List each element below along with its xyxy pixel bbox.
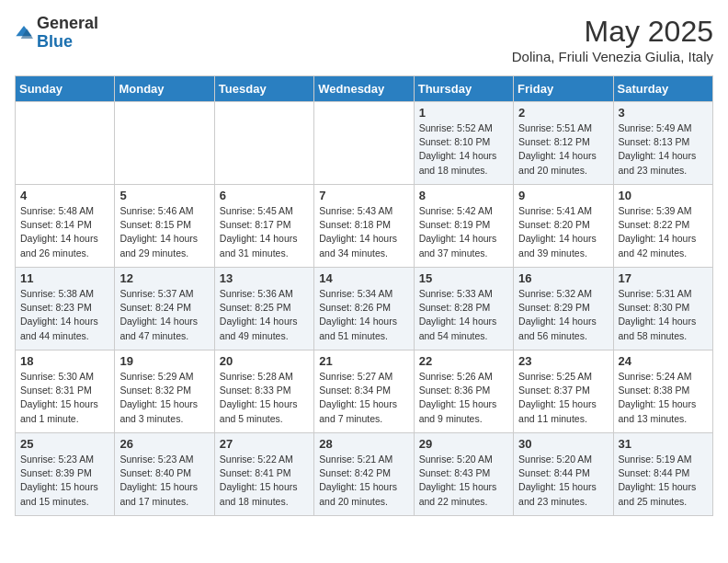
calendar-cell <box>214 102 313 185</box>
day-number: 6 <box>220 189 309 202</box>
calendar-cell: 24Sunrise: 5:24 AM Sunset: 8:38 PM Dayli… <box>613 350 712 433</box>
day-number: 29 <box>419 437 508 451</box>
day-number: 24 <box>619 354 708 368</box>
cell-content: Sunrise: 5:20 AM Sunset: 8:43 PM Dayligh… <box>419 453 508 509</box>
day-number: 1 <box>419 106 508 120</box>
cell-content: Sunrise: 5:48 AM Sunset: 8:14 PM Dayligh… <box>20 204 109 260</box>
cell-content: Sunrise: 5:23 AM Sunset: 8:40 PM Dayligh… <box>119 453 209 509</box>
day-number: 26 <box>119 437 209 451</box>
day-number: 22 <box>419 354 508 368</box>
calendar-cell: 2Sunrise: 5:51 AM Sunset: 8:12 PM Daylig… <box>514 102 613 185</box>
title-area: May 2025 Dolina, Friuli Venezia Giulia, … <box>512 15 713 64</box>
cell-content: Sunrise: 5:36 AM Sunset: 8:25 PM Dayligh… <box>220 287 309 343</box>
calendar-cell: 9Sunrise: 5:41 AM Sunset: 8:20 PM Daylig… <box>514 185 613 268</box>
cell-content: Sunrise: 5:25 AM Sunset: 8:37 PM Dayligh… <box>518 370 608 426</box>
cell-content: Sunrise: 5:30 AM Sunset: 8:31 PM Dayligh… <box>20 370 109 426</box>
calendar-cell: 11Sunrise: 5:38 AM Sunset: 8:23 PM Dayli… <box>16 268 115 350</box>
day-number: 13 <box>220 271 309 285</box>
day-number: 3 <box>619 106 708 120</box>
logo-text: General Blue <box>37 15 98 52</box>
calendar-cell: 5Sunrise: 5:46 AM Sunset: 8:15 PM Daylig… <box>115 185 214 268</box>
calendar-cell: 13Sunrise: 5:36 AM Sunset: 8:25 PM Dayli… <box>214 268 313 350</box>
calendar-cell: 19Sunrise: 5:29 AM Sunset: 8:32 PM Dayli… <box>115 350 214 433</box>
logo-icon <box>15 24 33 42</box>
header-friday: Friday <box>514 76 613 102</box>
calendar-cell: 26Sunrise: 5:23 AM Sunset: 8:40 PM Dayli… <box>115 433 214 516</box>
calendar-week-3: 11Sunrise: 5:38 AM Sunset: 8:23 PM Dayli… <box>16 268 713 350</box>
cell-content: Sunrise: 5:24 AM Sunset: 8:38 PM Dayligh… <box>619 370 708 426</box>
calendar-cell: 1Sunrise: 5:52 AM Sunset: 8:10 PM Daylig… <box>414 102 513 185</box>
day-number: 12 <box>119 271 209 285</box>
calendar-cell: 21Sunrise: 5:27 AM Sunset: 8:34 PM Dayli… <box>314 350 414 433</box>
calendar-cell: 16Sunrise: 5:32 AM Sunset: 8:29 PM Dayli… <box>514 268 613 350</box>
calendar-cell: 22Sunrise: 5:26 AM Sunset: 8:36 PM Dayli… <box>414 350 513 433</box>
day-number: 27 <box>220 437 309 451</box>
header-tuesday: Tuesday <box>214 76 313 102</box>
day-number: 5 <box>119 189 209 202</box>
cell-content: Sunrise: 5:23 AM Sunset: 8:39 PM Dayligh… <box>20 453 109 509</box>
calendar-cell: 3Sunrise: 5:49 AM Sunset: 8:13 PM Daylig… <box>613 102 712 185</box>
calendar-cell: 31Sunrise: 5:19 AM Sunset: 8:44 PM Dayli… <box>613 433 712 516</box>
cell-content: Sunrise: 5:19 AM Sunset: 8:44 PM Dayligh… <box>619 453 708 509</box>
cell-content: Sunrise: 5:49 AM Sunset: 8:13 PM Dayligh… <box>619 121 708 178</box>
calendar-cell: 29Sunrise: 5:20 AM Sunset: 8:43 PM Dayli… <box>414 433 513 516</box>
cell-content: Sunrise: 5:43 AM Sunset: 8:18 PM Dayligh… <box>319 204 408 260</box>
calendar-cell <box>314 102 414 185</box>
day-number: 16 <box>518 271 608 285</box>
calendar-cell: 7Sunrise: 5:43 AM Sunset: 8:18 PM Daylig… <box>314 185 414 268</box>
cell-content: Sunrise: 5:20 AM Sunset: 8:44 PM Dayligh… <box>518 453 608 509</box>
cell-content: Sunrise: 5:45 AM Sunset: 8:17 PM Dayligh… <box>220 204 309 260</box>
header-wednesday: Wednesday <box>314 76 414 102</box>
calendar-cell: 14Sunrise: 5:34 AM Sunset: 8:26 PM Dayli… <box>314 268 414 350</box>
day-number: 23 <box>518 354 608 368</box>
day-number: 14 <box>319 271 408 285</box>
cell-content: Sunrise: 5:28 AM Sunset: 8:33 PM Dayligh… <box>220 370 309 426</box>
location-subtitle: Dolina, Friuli Venezia Giulia, Italy <box>512 49 713 64</box>
day-number: 17 <box>619 271 708 285</box>
day-number: 19 <box>119 354 209 368</box>
cell-content: Sunrise: 5:26 AM Sunset: 8:36 PM Dayligh… <box>419 370 508 426</box>
cell-content: Sunrise: 5:33 AM Sunset: 8:28 PM Dayligh… <box>419 287 508 343</box>
calendar-cell: 8Sunrise: 5:42 AM Sunset: 8:19 PM Daylig… <box>414 185 513 268</box>
cell-content: Sunrise: 5:21 AM Sunset: 8:42 PM Dayligh… <box>319 453 408 509</box>
cell-content: Sunrise: 5:52 AM Sunset: 8:10 PM Dayligh… <box>419 121 508 178</box>
day-number: 31 <box>619 437 708 451</box>
cell-content: Sunrise: 5:34 AM Sunset: 8:26 PM Dayligh… <box>319 287 408 343</box>
cell-content: Sunrise: 5:46 AM Sunset: 8:15 PM Dayligh… <box>119 204 209 260</box>
logo: General Blue <box>15 15 98 52</box>
cell-content: Sunrise: 5:32 AM Sunset: 8:29 PM Dayligh… <box>518 287 608 343</box>
calendar-cell: 18Sunrise: 5:30 AM Sunset: 8:31 PM Dayli… <box>16 350 115 433</box>
day-number: 15 <box>419 271 508 285</box>
day-number: 25 <box>20 437 109 451</box>
cell-content: Sunrise: 5:31 AM Sunset: 8:30 PM Dayligh… <box>619 287 708 343</box>
cell-content: Sunrise: 5:29 AM Sunset: 8:32 PM Dayligh… <box>119 370 209 426</box>
calendar-cell: 28Sunrise: 5:21 AM Sunset: 8:42 PM Dayli… <box>314 433 414 516</box>
calendar-week-1: 1Sunrise: 5:52 AM Sunset: 8:10 PM Daylig… <box>16 102 713 185</box>
cell-content: Sunrise: 5:51 AM Sunset: 8:12 PM Dayligh… <box>518 121 608 178</box>
month-title: May 2025 <box>512 15 713 49</box>
day-number: 20 <box>220 354 309 368</box>
day-number: 10 <box>619 189 708 202</box>
day-number: 9 <box>518 189 608 202</box>
calendar-cell: 25Sunrise: 5:23 AM Sunset: 8:39 PM Dayli… <box>16 433 115 516</box>
calendar-cell: 17Sunrise: 5:31 AM Sunset: 8:30 PM Dayli… <box>613 268 712 350</box>
calendar-cell: 12Sunrise: 5:37 AM Sunset: 8:24 PM Dayli… <box>115 268 214 350</box>
calendar-cell: 30Sunrise: 5:20 AM Sunset: 8:44 PM Dayli… <box>514 433 613 516</box>
calendar-cell: 6Sunrise: 5:45 AM Sunset: 8:17 PM Daylig… <box>214 185 313 268</box>
calendar-cell: 4Sunrise: 5:48 AM Sunset: 8:14 PM Daylig… <box>16 185 115 268</box>
calendar-cell <box>115 102 214 185</box>
calendar-week-2: 4Sunrise: 5:48 AM Sunset: 8:14 PM Daylig… <box>16 185 713 268</box>
cell-content: Sunrise: 5:41 AM Sunset: 8:20 PM Dayligh… <box>518 204 608 260</box>
calendar-cell: 23Sunrise: 5:25 AM Sunset: 8:37 PM Dayli… <box>514 350 613 433</box>
cell-content: Sunrise: 5:38 AM Sunset: 8:23 PM Dayligh… <box>20 287 109 343</box>
day-number: 2 <box>518 106 608 120</box>
day-number: 30 <box>518 437 608 451</box>
calendar-cell: 10Sunrise: 5:39 AM Sunset: 8:22 PM Dayli… <box>613 185 712 268</box>
cell-content: Sunrise: 5:22 AM Sunset: 8:41 PM Dayligh… <box>220 453 309 509</box>
calendar-table: SundayMondayTuesdayWednesdayThursdayFrid… <box>15 75 713 516</box>
cell-content: Sunrise: 5:39 AM Sunset: 8:22 PM Dayligh… <box>619 204 708 260</box>
calendar-week-4: 18Sunrise: 5:30 AM Sunset: 8:31 PM Dayli… <box>16 350 713 433</box>
calendar-header-row: SundayMondayTuesdayWednesdayThursdayFrid… <box>16 76 713 102</box>
header-saturday: Saturday <box>613 76 712 102</box>
day-number: 4 <box>20 189 109 202</box>
